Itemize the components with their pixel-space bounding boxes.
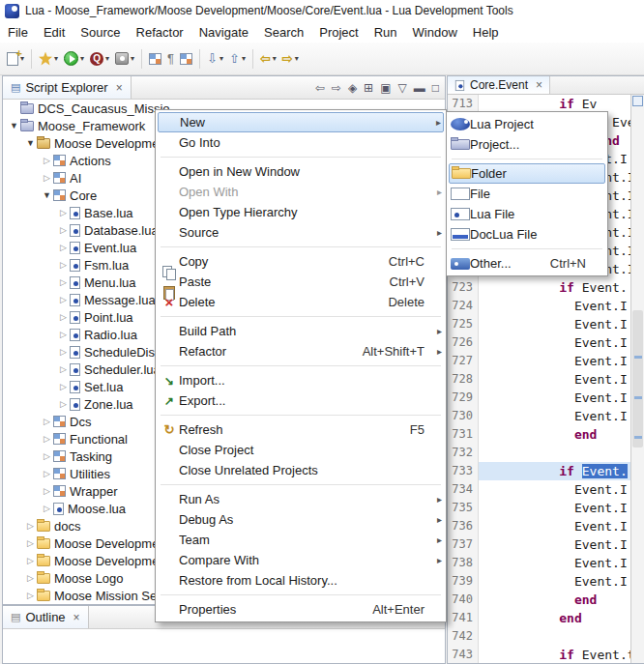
code-line-730[interactable]: 730 Event.I bbox=[448, 407, 630, 425]
menu-item-open-with[interactable]: Open With▸ bbox=[158, 182, 444, 202]
menubar-item-help[interactable]: Help bbox=[465, 22, 507, 43]
code-line-742[interactable]: 742 bbox=[448, 627, 630, 646]
menu-item-close-unrelated-projects[interactable]: Close Unrelated Projects bbox=[158, 460, 444, 480]
code-line-725[interactable]: 725 Event.I bbox=[448, 315, 630, 333]
twistie-closed-icon[interactable]: ▷ bbox=[24, 573, 37, 583]
occurrence-mark[interactable] bbox=[634, 396, 642, 399]
twistie-closed-icon[interactable]: ▷ bbox=[57, 208, 70, 217]
collapse-all-icon[interactable]: ⊞ bbox=[364, 81, 373, 95]
code-line-723[interactable]: 723 if Event. bbox=[448, 278, 630, 297]
menu-item-compare-with[interactable]: Compare With▸ bbox=[158, 550, 444, 570]
twistie-closed-icon[interactable]: ▷ bbox=[57, 243, 70, 252]
twistie-closed-icon[interactable]: ▷ bbox=[41, 451, 53, 461]
code-line-743[interactable]: 743 if Event.ta bbox=[448, 646, 630, 663]
menubar-item-refactor[interactable]: Refactor bbox=[129, 22, 191, 43]
new-button[interactable]: ▾ bbox=[4, 50, 27, 68]
menubar-item-search[interactable]: Search bbox=[256, 22, 311, 43]
twistie-closed-icon[interactable]: ▷ bbox=[57, 347, 70, 357]
twistie-closed-icon[interactable]: ▷ bbox=[57, 364, 70, 374]
minimize-icon[interactable]: ▬ bbox=[414, 81, 425, 95]
menu-item-copy[interactable]: CopyCtrl+C bbox=[158, 251, 444, 272]
code-line-738[interactable]: 738 Event.I bbox=[448, 554, 630, 572]
menu-item-properties[interactable]: PropertiesAlt+Enter bbox=[158, 599, 444, 620]
twistie-closed-icon[interactable]: ▷ bbox=[24, 591, 37, 600]
code-line-726[interactable]: 726 Event.I bbox=[448, 333, 630, 352]
menu-item-new[interactable]: New▸ bbox=[158, 112, 444, 132]
menubar-item-window[interactable]: Window bbox=[405, 22, 465, 43]
twistie-closed-icon[interactable]: ▷ bbox=[41, 469, 53, 478]
twistie-open-icon[interactable]: ▼ bbox=[41, 190, 53, 200]
menu-item-close-project[interactable]: Close Project bbox=[158, 440, 444, 460]
code-line-731[interactable]: 731 end bbox=[448, 425, 630, 444]
menu-item-refresh[interactable]: RefreshF5 bbox=[158, 419, 444, 440]
twistie-closed-icon[interactable]: ▷ bbox=[41, 434, 53, 444]
twistie-closed-icon[interactable]: ▷ bbox=[24, 521, 37, 531]
code-line-736[interactable]: 736 Event.I bbox=[448, 517, 630, 535]
menu-item-team[interactable]: Team▸ bbox=[158, 530, 444, 550]
table-view-button[interactable] bbox=[177, 51, 195, 67]
submenu-item-doclua-file[interactable]: DocLua File bbox=[449, 224, 605, 245]
overview-header-icon[interactable] bbox=[632, 96, 643, 106]
twistie-closed-icon[interactable]: ▷ bbox=[41, 486, 53, 496]
menu-item-run-as[interactable]: Run As▸ bbox=[158, 489, 444, 509]
menubar-item-run[interactable]: Run bbox=[366, 22, 405, 43]
twistie-open-icon[interactable]: ▼ bbox=[24, 138, 37, 148]
menu-item-go-into[interactable]: Go Into bbox=[158, 132, 444, 153]
occurrence-mark[interactable] bbox=[634, 436, 642, 439]
twistie-closed-icon[interactable]: ▷ bbox=[57, 330, 70, 339]
twistie-closed-icon[interactable]: ▷ bbox=[41, 504, 53, 513]
profile-button[interactable]: Q ▾ bbox=[87, 50, 112, 68]
twistie-closed-icon[interactable]: ▷ bbox=[57, 225, 70, 235]
close-icon[interactable]: × bbox=[536, 78, 542, 92]
menubar-item-navigate[interactable]: Navigate bbox=[191, 22, 256, 43]
menubar-item-project[interactable]: Project bbox=[311, 22, 366, 43]
code-line-741[interactable]: 741 end bbox=[448, 609, 630, 627]
submenu-item-lua-project[interactable]: Lua Project bbox=[449, 114, 605, 134]
open-element-button[interactable] bbox=[146, 51, 164, 67]
twistie-closed-icon[interactable]: ▷ bbox=[24, 556, 37, 565]
twistie-closed-icon[interactable]: ▷ bbox=[57, 277, 70, 287]
menu-item-build-path[interactable]: Build Path▸ bbox=[158, 321, 444, 341]
menu-item-delete[interactable]: DeleteDelete bbox=[158, 292, 444, 312]
occurrence-mark[interactable] bbox=[634, 356, 642, 359]
twistie-closed-icon[interactable]: ▷ bbox=[41, 173, 53, 183]
scrollbar-thumb[interactable] bbox=[632, 310, 643, 447]
code-line-729[interactable]: 729 Event.I bbox=[448, 389, 630, 407]
code-line-740[interactable]: 740 end bbox=[448, 591, 630, 609]
twistie-open-icon[interactable]: ▼ bbox=[8, 121, 20, 130]
maximize-icon[interactable]: □ bbox=[432, 81, 439, 95]
previous-annotation-button[interactable]: ⇧ ▾ bbox=[226, 50, 249, 68]
tab-script-explorer[interactable]: ▤ Script Explorer × bbox=[3, 76, 132, 99]
view-menu-icon[interactable]: ▽ bbox=[398, 81, 407, 95]
submenu-item-folder[interactable]: Folder bbox=[449, 163, 605, 184]
code-line-727[interactable]: 727 Event.I bbox=[448, 352, 630, 370]
run-button[interactable]: ▾ bbox=[61, 49, 87, 68]
menu-item-debug-as[interactable]: Debug As▸ bbox=[158, 509, 444, 530]
code-line-724[interactable]: 724 Event.I bbox=[448, 297, 630, 315]
menubar-item-file[interactable]: File bbox=[0, 22, 36, 43]
twistie-closed-icon[interactable]: ▷ bbox=[57, 295, 70, 304]
forward-button[interactable]: ⇨ ▾ bbox=[279, 50, 302, 68]
tab-outline[interactable]: ▤ Outline × bbox=[3, 606, 89, 628]
link-with-editor-icon[interactable]: ▣ bbox=[380, 81, 391, 95]
twistie-closed-icon[interactable]: ▷ bbox=[24, 538, 37, 548]
submenu-item-other[interactable]: Other...Ctrl+N bbox=[449, 253, 605, 274]
focus-icon[interactable]: ◈ bbox=[348, 81, 357, 95]
menu-item-refactor[interactable]: RefactorAlt+Shift+T▸ bbox=[158, 341, 444, 361]
close-icon[interactable]: × bbox=[116, 81, 123, 95]
twistie-closed-icon[interactable]: ▷ bbox=[57, 382, 70, 391]
submenu-item-project[interactable]: Project... bbox=[449, 134, 605, 155]
code-line-734[interactable]: 734 Event.I bbox=[448, 480, 630, 499]
menu-item-paste[interactable]: PasteCtrl+V bbox=[158, 272, 444, 292]
menu-item-open-type-hierarchy[interactable]: Open Type Hierarchy bbox=[158, 202, 444, 222]
twistie-closed-icon[interactable]: ▷ bbox=[41, 156, 53, 165]
menu-item-open-in-new-window[interactable]: Open in New Window bbox=[158, 161, 444, 182]
submenu-item-file[interactable]: File bbox=[449, 184, 605, 204]
close-icon[interactable]: × bbox=[73, 611, 80, 624]
show-whitespace-button[interactable]: ¶ bbox=[164, 50, 177, 68]
menu-item-import[interactable]: Import... bbox=[158, 370, 444, 390]
twistie-closed-icon[interactable]: ▷ bbox=[57, 312, 70, 322]
code-line-737[interactable]: 737 Event.I bbox=[448, 535, 630, 554]
back-icon[interactable]: ⇦ bbox=[315, 81, 325, 95]
twistie-closed-icon[interactable]: ▷ bbox=[57, 260, 70, 270]
